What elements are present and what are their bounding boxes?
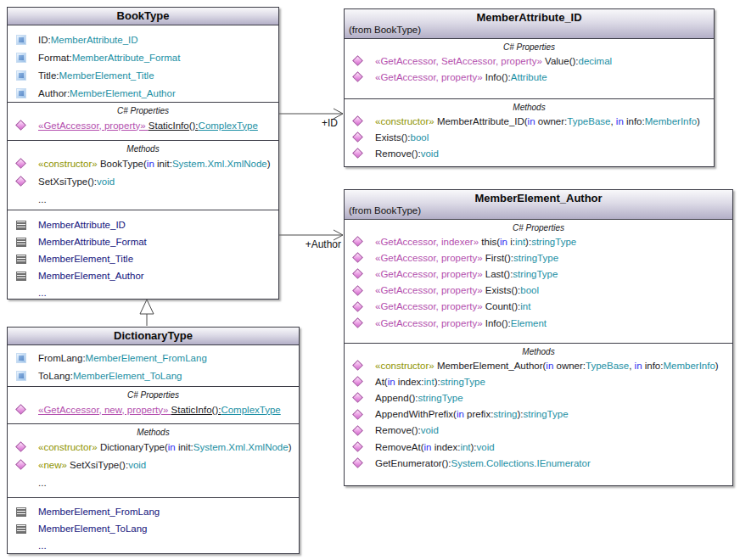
member-text-segment: «constructor»: [375, 361, 437, 371]
compartment-section: C# Properties«GetAccessor, indexer» this…: [345, 220, 732, 343]
nested-class-icon: [16, 255, 26, 264]
member-row[interactable]: RemoveAt(in index:int):void: [345, 439, 732, 455]
member-row[interactable]: MemberElement_Author: [8, 267, 278, 284]
member-row[interactable]: ...: [8, 473, 299, 491]
member-row[interactable]: «GetAccessor, new, property» StaticInfo(…: [8, 400, 299, 418]
member-text-segment: stringType: [418, 393, 463, 403]
generalization-arrow[interactable]: [140, 300, 154, 326]
class-booktype[interactable]: BookType ID:MemberAttribute_IDFormat:Mem…: [7, 7, 279, 300]
member-row[interactable]: «GetAccessor, property» Last():stringTyp…: [345, 266, 732, 282]
operation-diamond-icon: [352, 285, 363, 296]
nested-class-icon: [16, 524, 26, 534]
member-row[interactable]: ToLang:MemberElement_ToLang: [8, 367, 299, 384]
class-header: MemberAttribute_ID (from BookType): [345, 9, 714, 39]
member-row[interactable]: MemberElement_Title: [8, 250, 278, 267]
member-row[interactable]: Remove():void: [345, 145, 714, 161]
operation-diamond-icon: [352, 360, 363, 371]
class-compartments: ID:MemberAttribute_IDFormat:MemberAttrib…: [8, 25, 278, 299]
member-text-segment: MemberElement_Author: [70, 88, 176, 98]
member-text-segment: Attribute: [511, 72, 547, 82]
member-text-segment: in: [457, 409, 464, 419]
member-row[interactable]: Author:MemberElement_Author: [8, 84, 278, 102]
member-row[interactable]: «GetAccessor, property» StaticInfo():Com…: [8, 116, 278, 134]
member-text-segment: in: [528, 116, 535, 126]
operation-diamond-icon: [352, 148, 363, 159]
member-row[interactable]: SetXsiType():void: [8, 172, 278, 190]
member-row[interactable]: «GetAccessor, property» Exists():bool: [345, 283, 732, 299]
member-text-segment: stringType: [513, 253, 558, 263]
member-text-segment: FromLang:: [38, 353, 86, 363]
association-label-id: +ID: [304, 117, 338, 129]
member-text-segment: Exists():: [485, 285, 521, 295]
member-text-segment: «GetAccessor, property»: [375, 318, 485, 328]
member-text: «GetAccessor, property» Count():int: [375, 301, 530, 311]
operation-diamond-icon: [352, 55, 363, 66]
nested-class-icon: [16, 221, 26, 230]
member-row[interactable]: ID:MemberAttribute_ID: [8, 31, 278, 48]
member-text-segment: string: [493, 409, 517, 419]
member-row[interactable]: AppendWithPrefix(in prefix:string):strin…: [345, 406, 732, 423]
member-text-segment: stringType: [524, 409, 569, 419]
member-row[interactable]: At(in index:int):stringType: [345, 373, 732, 389]
member-row[interactable]: «GetAccessor, property» Count():int: [345, 299, 732, 315]
member-row[interactable]: «GetAccessor, indexer» this(in i:int):st…: [345, 233, 732, 249]
member-text-segment: in: [546, 361, 553, 371]
member-text: «GetAccessor, SetAccessor, property» Val…: [375, 56, 612, 66]
member-text-segment: BookType(: [100, 159, 147, 169]
member-row[interactable]: «new» SetXsiType():void: [8, 456, 299, 473]
class-memberelement-author[interactable]: MemberElement_Author (from BookType) C# …: [344, 189, 733, 486]
uml-class-diagram: +ID +Author BookType ID:MemberAttribute_…: [0, 0, 740, 560]
member-row[interactable]: «constructor» MemberAttribute_ID(in owne…: [345, 113, 714, 129]
section-label: C# Properties: [8, 389, 299, 400]
member-row[interactable]: Exists():bool: [345, 129, 714, 145]
member-row[interactable]: ...: [8, 284, 278, 299]
member-text-segment: in: [635, 361, 642, 371]
attribute-square-icon: [16, 70, 26, 81]
nested-class-icon: [16, 238, 26, 247]
member-text-segment: index:: [431, 442, 460, 452]
member-row[interactable]: «GetAccessor, property» First():stringTy…: [345, 249, 732, 266]
member-text-segment: MemberAttribute_ID: [38, 220, 126, 230]
member-row[interactable]: «constructor» BookType(in init:System.Xm…: [8, 154, 278, 172]
member-row[interactable]: MemberElement_FromLang: [8, 503, 299, 520]
member-text-segment: «GetAccessor, property»: [38, 120, 149, 131]
member-row[interactable]: Remove():void: [345, 423, 732, 439]
member-row[interactable]: MemberAttribute_ID: [8, 216, 278, 233]
member-text-segment: Remove():: [375, 425, 421, 435]
member-text: GetEnumerator():System.Collections.IEnum…: [375, 458, 591, 468]
member-row[interactable]: Title:MemberElement_Title: [8, 66, 278, 84]
member-text: MemberElement_Author: [38, 271, 144, 281]
member-row[interactable]: MemberElement_ToLang: [8, 520, 299, 537]
member-row[interactable]: ...: [8, 537, 299, 553]
member-text-segment: stringType: [531, 237, 576, 247]
class-dictionarytype[interactable]: DictionaryType FromLang:MemberElement_Fr…: [7, 327, 300, 554]
attribute-square-icon: [16, 53, 26, 63]
member-text-segment: At(: [375, 377, 388, 387]
member-row[interactable]: «GetAccessor, property» Info():Attribute: [345, 69, 714, 85]
member-text-segment: in: [388, 377, 395, 387]
member-text-segment: Count():: [485, 301, 521, 311]
member-text-segment: MemberElement_FromLang: [86, 353, 207, 363]
member-row[interactable]: Append():stringType: [345, 389, 732, 406]
section-label: C# Properties: [8, 105, 278, 116]
member-text-segment: ID:: [38, 35, 51, 45]
member-row[interactable]: GetEnumerator():System.Collections.IEnum…: [345, 455, 732, 471]
class-memberattribute-id[interactable]: MemberAttribute_ID (from BookType) C# Pr…: [344, 8, 715, 167]
attribute-square-icon: [16, 353, 26, 363]
member-row[interactable]: FromLang:MemberElement_FromLang: [8, 349, 299, 367]
compartment-nested: MemberElement_FromLangMemberElement_ToLa…: [8, 497, 299, 553]
member-text-segment: owner:: [553, 361, 586, 371]
member-text-segment: «GetAccessor, property»: [375, 72, 485, 82]
member-text-segment: StaticInfo():: [171, 405, 221, 415]
member-row[interactable]: «GetAccessor, SetAccessor, property» Val…: [345, 53, 714, 69]
member-row[interactable]: ...: [8, 190, 278, 208]
member-row[interactable]: MemberAttribute_Format: [8, 233, 278, 250]
compartment-section: C# Properties«GetAccessor, new, property…: [8, 386, 299, 423]
member-row[interactable]: «constructor» MemberElement_Author(in ow…: [345, 357, 732, 373]
member-row[interactable]: «GetAccessor, property» Info():Element: [345, 315, 732, 331]
attribute-square-icon: [16, 35, 26, 45]
member-text: «constructor» BookType(in init:System.Xm…: [38, 159, 271, 169]
member-text-segment: MemberElement_Author(: [437, 361, 546, 371]
member-row[interactable]: «constructor» DictionaryType(in init:Sys…: [8, 438, 299, 456]
member-row[interactable]: Format:MemberAttribute_Format: [8, 48, 278, 66]
